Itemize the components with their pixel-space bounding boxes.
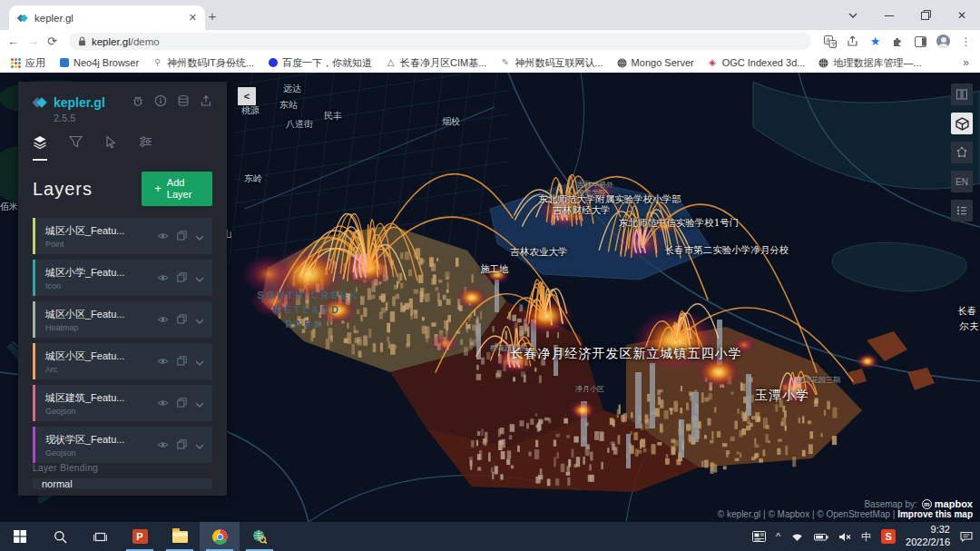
url-text: kepler.gl/demo	[92, 36, 160, 47]
improve-this-map-link[interactable]: Improve this map	[897, 509, 973, 519]
layer-visibility-eye-icon[interactable]	[157, 437, 169, 453]
tab-search-icon[interactable]	[835, 0, 871, 30]
back-button[interactable]: ←	[7, 35, 19, 47]
layer-expand-chevron-icon[interactable]	[195, 353, 204, 369]
export-icon[interactable]	[200, 94, 212, 111]
news-widget-icon[interactable]	[752, 531, 766, 542]
bookmark-item[interactable]: Mongo Server	[617, 57, 694, 68]
taskbar-powerpoint[interactable]: P	[120, 522, 160, 551]
layers-tab[interactable]	[33, 135, 47, 161]
layer-item[interactable]: 城区建筑_Featu... Geojson	[33, 385, 212, 421]
info-icon[interactable]	[154, 94, 167, 111]
menu-kebab-icon[interactable]: ⋮	[959, 34, 973, 48]
translate-icon[interactable]: A文	[823, 34, 837, 48]
sidebar-collapse-button[interactable]: <	[238, 87, 256, 105]
address-bar[interactable]: kepler.gl/demo	[69, 33, 811, 50]
restore-button[interactable]	[907, 0, 944, 30]
map-control-split-map[interactable]	[951, 84, 973, 105]
tray-chevron-up[interactable]: ^	[776, 531, 780, 542]
layer-visibility-eye-icon[interactable]	[157, 353, 169, 369]
apps-button[interactable]: 应用	[11, 56, 45, 70]
battery-icon[interactable]	[814, 533, 828, 541]
start-button[interactable]	[0, 522, 40, 551]
svg-text:文: 文	[830, 41, 836, 47]
data-table-icon[interactable]	[177, 94, 190, 111]
layer-visibility-eye-icon[interactable]	[157, 395, 169, 411]
bug-report-icon[interactable]	[132, 94, 144, 111]
layer-visibility-eye-icon[interactable]	[157, 270, 169, 286]
layer-visibility-eye-icon[interactable]	[157, 311, 169, 328]
add-layer-button[interactable]: + Add Layer	[142, 172, 212, 206]
layer-blending-select[interactable]: normal	[33, 478, 212, 489]
ime-indicator[interactable]: 中	[861, 530, 871, 544]
map-control-locale-en[interactable]: EN	[951, 171, 973, 192]
filters-tab[interactable]	[69, 135, 83, 161]
layer-duplicate-icon[interactable]	[177, 353, 187, 369]
layer-type: Geojson	[45, 407, 124, 416]
bookmark-label: 神州数码IT身份统...	[167, 56, 254, 70]
layer-expand-chevron-icon[interactable]	[195, 228, 204, 244]
layer-duplicate-icon[interactable]	[177, 395, 187, 411]
windows-logo-icon	[14, 530, 26, 543]
layer-item[interactable]: 现状学区_Featu... Geojson	[33, 427, 212, 463]
sogou-icon[interactable]: S	[881, 529, 896, 544]
browser-tab[interactable]: kepler.gl ✕	[9, 5, 205, 30]
bookmark-item[interactable]: 百度一下，你就知道	[268, 56, 372, 70]
bookmark-label: 地理数据库管理—...	[833, 56, 921, 70]
bookmark-item[interactable]: ✎神州数码互联网认...	[500, 56, 603, 70]
layer-blending-label: Layer Blending	[33, 463, 212, 473]
bookmark-star-icon[interactable]: ★	[868, 34, 882, 48]
taskbar-file-explorer[interactable]	[160, 522, 200, 551]
bookmark-item[interactable]: Neo4j Browser	[59, 57, 139, 68]
task-view-button[interactable]	[80, 522, 120, 551]
bookmark-item[interactable]: △长春净月区CIM基...	[386, 56, 486, 70]
bookmark-item[interactable]: 地理数据库管理—...	[818, 56, 921, 70]
tab-close-icon[interactable]: ✕	[189, 12, 197, 24]
layer-duplicate-icon[interactable]	[177, 270, 187, 286]
extensions-icon[interactable]	[891, 34, 905, 48]
taskbar-search-button[interactable]	[40, 522, 80, 551]
layer-expand-chevron-icon[interactable]	[195, 437, 204, 453]
layer-duplicate-icon[interactable]	[177, 311, 187, 328]
taskbar-chrome[interactable]	[200, 522, 240, 551]
close-window-button[interactable]: ✕	[944, 0, 980, 30]
layer-item[interactable]: 城区小区_Featu... Arc	[33, 343, 212, 379]
taskbar-gis-app[interactable]	[240, 522, 279, 551]
lock-icon	[78, 36, 86, 46]
minimize-button[interactable]	[871, 0, 907, 30]
layer-expand-chevron-icon[interactable]	[195, 311, 204, 328]
layer-expand-chevron-icon[interactable]	[195, 395, 204, 411]
action-center-icon[interactable]	[960, 531, 973, 542]
side-panel-icon[interactable]	[914, 34, 927, 48]
bookmark-icon: ⚲	[152, 58, 162, 68]
layer-expand-chevron-icon[interactable]	[195, 270, 204, 286]
interactions-tab[interactable]	[104, 135, 117, 161]
wifi-icon[interactable]	[790, 532, 804, 542]
new-tab-button[interactable]: +	[201, 5, 223, 26]
map-control-toggle-3d[interactable]	[951, 113, 973, 134]
bookmark-icon: ✎	[500, 58, 510, 68]
bookmark-label: 神州数码互联网认...	[514, 56, 603, 70]
taskbar-clock[interactable]: 9:32 2022/2/16	[906, 524, 950, 549]
basemap-settings-tab[interactable]	[139, 135, 152, 161]
bookmarks-overflow-button[interactable]: »	[963, 56, 969, 69]
bookmark-icon	[617, 58, 627, 68]
share-icon[interactable]	[846, 34, 859, 48]
layer-type: Arc	[45, 365, 124, 374]
map-control-legend[interactable]	[951, 200, 973, 221]
layer-item[interactable]: 城区小区_Featu... Point	[33, 218, 212, 254]
map-canvas[interactable]: 远达东站民丰八道街桃源烟校东岭刘家山佰米SOUTH CREEKWETLANDPA…	[0, 73, 980, 522]
volume-muted-icon[interactable]	[838, 532, 851, 542]
layer-duplicate-icon[interactable]	[177, 228, 187, 244]
layer-item[interactable]: 城区小区_Featu... Heatmap	[33, 301, 212, 338]
map-control-draw-polygon[interactable]	[951, 142, 973, 163]
layer-item[interactable]: 城区小学_Featu... Icon	[33, 260, 212, 296]
profile-avatar[interactable]	[936, 34, 950, 48]
bookmark-item[interactable]: ⚲神州数码IT身份统...	[152, 56, 254, 70]
bookmark-item[interactable]: ◈OGC Indexed 3d...	[708, 57, 806, 68]
forward-button[interactable]: →	[27, 35, 39, 47]
layer-duplicate-icon[interactable]	[177, 437, 187, 453]
reload-button[interactable]: ⟳	[47, 35, 57, 47]
map-control-stack: EN	[951, 84, 973, 221]
layer-visibility-eye-icon[interactable]	[157, 228, 169, 244]
